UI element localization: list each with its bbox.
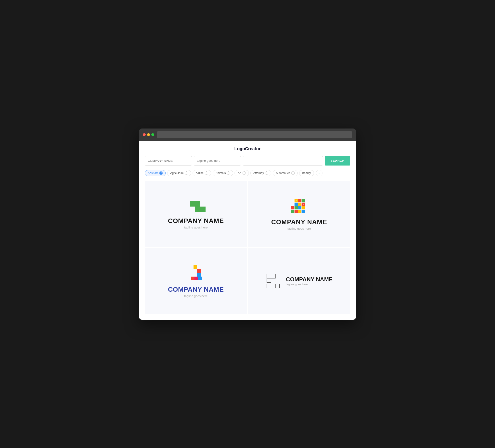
logo-2-tagline: tagline goes here bbox=[287, 227, 311, 230]
filter-beauty-label: Beauty bbox=[302, 171, 311, 175]
svg-rect-31 bbox=[275, 284, 280, 288]
filter-abstract-check: ✓ bbox=[159, 171, 163, 175]
svg-rect-13 bbox=[302, 206, 305, 210]
filter-airline-label: Airline bbox=[196, 171, 203, 175]
svg-rect-28 bbox=[267, 278, 271, 282]
tagline-input[interactable] bbox=[194, 156, 241, 166]
svg-rect-23 bbox=[191, 277, 194, 280]
logo-4-tagline: tagline goes here bbox=[286, 283, 333, 286]
logo-icon-3 bbox=[186, 264, 205, 283]
svg-rect-15 bbox=[294, 210, 298, 213]
logo-4-text-group: COMPANY NAME tagline goes here bbox=[286, 276, 333, 286]
address-bar[interactable] bbox=[157, 131, 352, 138]
filter-agriculture[interactable]: Agriculture bbox=[167, 170, 191, 176]
filter-bar: Abstract ✓ Agriculture Airline Animals A… bbox=[145, 170, 350, 177]
logo-3-company: COMPANY NAME bbox=[168, 286, 224, 293]
svg-rect-26 bbox=[267, 274, 271, 278]
logo-1-tagline: tagline goes here bbox=[184, 226, 208, 229]
logo-3-tagline: tagline goes here bbox=[184, 294, 208, 298]
svg-rect-12 bbox=[298, 206, 302, 210]
logo-icon-2 bbox=[287, 198, 311, 215]
keyword-input[interactable] bbox=[243, 156, 323, 166]
browser-content: LogoCreator SEARCH Abstract ✓ Agricultur… bbox=[139, 141, 356, 320]
logo-1-company: COMPANY NAME bbox=[168, 217, 224, 225]
filter-art[interactable]: Art bbox=[234, 170, 249, 176]
svg-rect-1 bbox=[195, 201, 200, 207]
svg-point-19 bbox=[303, 204, 304, 205]
svg-rect-10 bbox=[291, 206, 294, 210]
svg-rect-27 bbox=[271, 274, 275, 278]
svg-rect-29 bbox=[267, 284, 271, 288]
filter-beauty[interactable]: Beauty bbox=[299, 170, 314, 176]
svg-rect-25 bbox=[198, 277, 202, 280]
svg-rect-14 bbox=[291, 210, 294, 213]
search-bar: SEARCH bbox=[145, 156, 350, 166]
logo-card-4[interactable]: COMPANY NAME tagline goes here bbox=[248, 248, 350, 314]
filter-animals-check bbox=[227, 171, 230, 175]
logo-card-3[interactable]: COMPANY NAME tagline goes here bbox=[145, 248, 247, 314]
browser-chrome bbox=[139, 128, 356, 141]
logo-icon-1 bbox=[185, 199, 206, 214]
logo-2-company: COMPANY NAME bbox=[271, 218, 327, 226]
svg-rect-3 bbox=[200, 207, 206, 212]
filter-attorney[interactable]: Attorney bbox=[250, 170, 272, 176]
svg-rect-0 bbox=[190, 201, 195, 207]
search-button[interactable]: SEARCH bbox=[325, 156, 350, 166]
filter-attorney-check bbox=[265, 171, 268, 175]
svg-rect-30 bbox=[271, 284, 275, 288]
filter-art-label: Art bbox=[238, 171, 241, 175]
close-button[interactable] bbox=[143, 133, 146, 136]
filter-animals[interactable]: Animals bbox=[213, 170, 233, 176]
svg-rect-7 bbox=[294, 203, 298, 206]
filter-abstract-label: Abstract bbox=[148, 171, 158, 175]
svg-rect-17 bbox=[302, 210, 305, 213]
svg-rect-8 bbox=[298, 203, 302, 206]
svg-rect-24 bbox=[194, 277, 198, 280]
logo-icon-4 bbox=[266, 273, 282, 289]
svg-rect-22 bbox=[197, 273, 201, 277]
filter-airline[interactable]: Airline bbox=[192, 170, 211, 176]
logo-card-1[interactable]: COMPANY NAME tagline goes here bbox=[145, 181, 247, 247]
maximize-button[interactable] bbox=[151, 133, 154, 136]
filter-agriculture-label: Agriculture bbox=[170, 171, 184, 175]
filter-automotive[interactable]: Automotive bbox=[273, 170, 298, 176]
logo-card-2[interactable]: COMPANY NAME tagline goes here bbox=[248, 181, 350, 247]
filter-automotive-label: Automotive bbox=[276, 171, 290, 175]
svg-rect-6 bbox=[302, 199, 305, 203]
svg-rect-5 bbox=[298, 199, 302, 203]
logo-4-company: COMPANY NAME bbox=[286, 276, 333, 283]
filter-animals-label: Animals bbox=[216, 171, 226, 175]
filter-art-check bbox=[243, 171, 246, 175]
filter-abstract[interactable]: Abstract ✓ bbox=[145, 170, 166, 176]
filter-agriculture-check bbox=[185, 171, 188, 175]
filter-automotive-check bbox=[291, 171, 295, 175]
filter-attorney-label: Attorney bbox=[253, 171, 264, 175]
filter-airline-check bbox=[205, 171, 208, 175]
company-name-input[interactable] bbox=[145, 156, 192, 166]
svg-rect-21 bbox=[197, 269, 201, 273]
svg-rect-11 bbox=[294, 206, 298, 210]
traffic-lights bbox=[143, 133, 154, 136]
svg-rect-16 bbox=[298, 210, 302, 213]
svg-point-18 bbox=[296, 200, 297, 201]
svg-rect-2 bbox=[195, 207, 200, 212]
browser-window: LogoCreator SEARCH Abstract ✓ Agricultur… bbox=[139, 128, 356, 320]
app-title: LogoCreator bbox=[145, 146, 350, 151]
logo-grid: COMPANY NAME tagline goes here bbox=[145, 181, 350, 314]
minimize-button[interactable] bbox=[147, 133, 150, 136]
svg-rect-20 bbox=[193, 265, 197, 269]
filter-next-button[interactable]: → bbox=[316, 170, 322, 176]
